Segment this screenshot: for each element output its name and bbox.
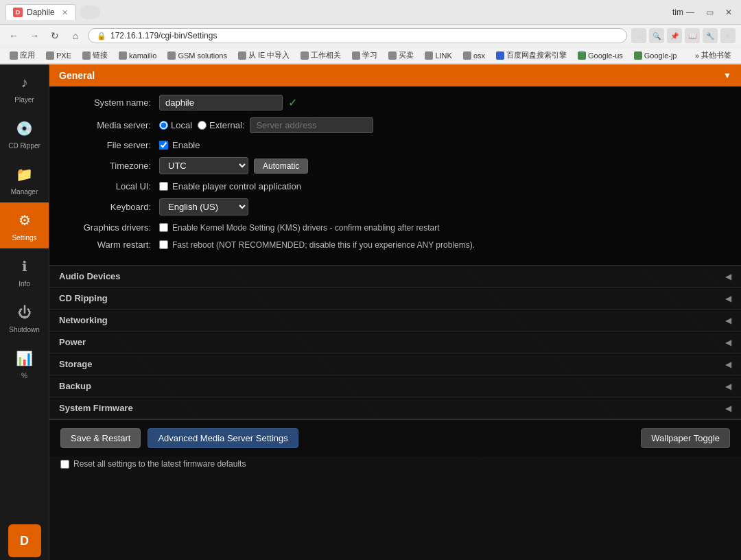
- menu-icon[interactable]: ≡: [720, 28, 736, 43]
- media-server-local-radio[interactable]: [159, 121, 168, 130]
- local-ui-row: Local UI: Enable player control applicat…: [63, 181, 727, 191]
- sidebar-label-settings: Settings: [12, 234, 36, 242]
- networking-label: Networking: [59, 315, 108, 325]
- cdripper-icon: 💿: [14, 117, 36, 139]
- sidebar-item-manager[interactable]: 📁 Manager: [0, 156, 49, 202]
- local-ui-label: Local UI:: [63, 181, 159, 191]
- bookmark-links[interactable]: 链接: [78, 49, 112, 62]
- bottom-bar: Save & Restart Advanced Media Server Set…: [49, 419, 741, 456]
- bookmark-trade[interactable]: 买卖: [384, 49, 418, 62]
- refresh-button[interactable]: ↻: [47, 27, 63, 44]
- extension-icon-1[interactable]: 🔍: [649, 28, 664, 43]
- keyboard-row: Keyboard: English (US): [63, 198, 727, 215]
- home-button[interactable]: ⌂: [67, 27, 84, 44]
- media-server-local-text: Local: [171, 120, 192, 130]
- tab-favicon: D: [13, 8, 23, 17]
- address-bar[interactable]: 🔒 172.16.1.179/cgi-bin/Settings: [88, 28, 627, 43]
- server-address-input[interactable]: [250, 117, 373, 133]
- power-section[interactable]: Power ◀: [49, 331, 741, 353]
- file-server-row: File server: Enable: [63, 140, 727, 150]
- bookmark-others[interactable]: » 其他书签: [691, 49, 736, 62]
- backup-arrow-icon: ◀: [725, 382, 731, 391]
- local-ui-checkbox-label[interactable]: Enable player control application: [159, 181, 301, 191]
- keyboard-select[interactable]: English (US): [159, 198, 248, 215]
- save-restart-button[interactable]: Save & Restart: [60, 428, 141, 448]
- close-button[interactable]: ✕: [722, 5, 736, 19]
- cd-ripping-section[interactable]: CD Ripping ◀: [49, 288, 741, 310]
- media-server-external-radio[interactable]: [198, 121, 207, 130]
- bookmark-study[interactable]: 学习: [348, 49, 381, 62]
- nav-icons: ☆ 🔍 📌 📖 🔧 ≡: [631, 28, 736, 43]
- media-server-label: Media server:: [63, 120, 159, 130]
- timezone-select[interactable]: UTC: [159, 157, 248, 174]
- storage-section[interactable]: Storage ◀: [49, 353, 741, 375]
- bookmark-baidu[interactable]: 百度网盘搜索引擎: [492, 49, 571, 62]
- sidebar-item-player[interactable]: ♪ Player: [0, 65, 49, 110]
- wallpaper-toggle-button[interactable]: Wallpaper Toggle: [641, 428, 730, 448]
- general-section-header[interactable]: General ▼: [49, 65, 741, 86]
- networking-section[interactable]: Networking ◀: [49, 310, 741, 331]
- browser-tab[interactable]: D Daphile ✕: [5, 4, 75, 20]
- sidebar-item-percent[interactable]: 📊 %: [0, 340, 49, 386]
- title-bar: D Daphile ✕ tim — ▭ ✕: [0, 0, 741, 25]
- sidebar-label-percent: %: [21, 372, 27, 380]
- backup-section[interactable]: Backup ◀: [49, 375, 741, 397]
- sidebar-item-settings[interactable]: ⚙ Settings: [0, 202, 49, 248]
- media-server-external-text: External:: [209, 120, 244, 130]
- reset-checkbox[interactable]: [60, 460, 69, 469]
- extension-icon-2[interactable]: 📌: [667, 28, 682, 43]
- media-server-local-label[interactable]: Local: [159, 120, 192, 130]
- system-name-input[interactable]: [159, 95, 283, 110]
- back-button[interactable]: ←: [5, 27, 22, 44]
- file-server-checkbox[interactable]: [159, 141, 168, 150]
- sidebar-item-shutdown[interactable]: ⏻ Shutdown: [0, 294, 49, 340]
- file-server-checkbox-label[interactable]: Enable: [159, 140, 200, 150]
- sidebar-item-info[interactable]: ℹ Info: [0, 248, 49, 294]
- cd-ripping-label: CD Ripping: [59, 293, 108, 303]
- manager-icon: 📁: [14, 163, 36, 185]
- warm-restart-checkbox[interactable]: [159, 240, 168, 249]
- bookmark-apps[interactable]: 应用: [5, 49, 39, 62]
- timezone-control: UTC Automatic: [159, 157, 308, 174]
- bookmark-ie-import[interactable]: 从 IE 中导入: [234, 49, 294, 62]
- sidebar-label-shutdown: Shutdown: [9, 326, 39, 334]
- bookmark-google-jp[interactable]: Google-jp: [630, 50, 681, 61]
- forward-button[interactable]: →: [26, 27, 43, 44]
- bookmark-osx[interactable]: osx: [459, 50, 489, 61]
- sidebar-item-cdripper[interactable]: 💿 CD Ripper: [0, 110, 49, 156]
- power-arrow-icon: ◀: [725, 338, 731, 347]
- nav-bar: ← → ↻ ⌂ 🔒 172.16.1.179/cgi-bin/Settings …: [0, 25, 741, 47]
- warm-restart-checkbox-label[interactable]: Fast reboot (NOT RECOMMENDED; disable th…: [159, 240, 475, 250]
- keyboard-label: Keyboard:: [63, 202, 159, 212]
- graphics-checkbox-label[interactable]: Enable Kernel Mode Setting (KMS) drivers…: [159, 223, 440, 233]
- system-firmware-section[interactable]: System Firmware ◀: [49, 397, 741, 419]
- timezone-auto-button[interactable]: Automatic: [254, 159, 308, 174]
- settings-icon: ⚙: [14, 209, 36, 231]
- warm-restart-text: Fast reboot (NOT RECOMMENDED; disable th…: [172, 240, 475, 250]
- networking-arrow-icon: ◀: [725, 316, 731, 325]
- system-name-row: System name: ✓: [63, 95, 727, 110]
- system-name-label: System name:: [63, 97, 159, 108]
- info-icon: ℹ: [14, 255, 36, 277]
- advanced-media-button[interactable]: Advanced Media Server Settings: [148, 428, 298, 448]
- audio-devices-section[interactable]: Audio Devices ◀: [49, 266, 741, 288]
- bookmark-google-us[interactable]: Google-us: [574, 50, 627, 61]
- extension-icon-3[interactable]: 📖: [685, 28, 700, 43]
- tab-title: Daphile: [27, 8, 55, 17]
- bookmark-star-icon[interactable]: ☆: [631, 28, 646, 43]
- graphics-checkbox[interactable]: [159, 223, 168, 232]
- extension-icon-4[interactable]: 🔧: [703, 28, 718, 43]
- bookmark-kamailio[interactable]: kamailio: [115, 50, 161, 61]
- general-title: General: [59, 70, 95, 81]
- bookmarks-bar: 应用 PXE 链接 kamailio GSM solutions 从 IE 中导…: [0, 47, 741, 64]
- local-ui-checkbox[interactable]: [159, 182, 168, 191]
- bookmark-work[interactable]: 工作相关: [296, 49, 345, 62]
- tab-close-icon[interactable]: ✕: [62, 8, 68, 17]
- maximize-button[interactable]: ▭: [703, 5, 716, 19]
- bookmark-pxe[interactable]: PXE: [42, 50, 75, 61]
- media-server-external-label[interactable]: External:: [198, 120, 244, 130]
- minimize-button[interactable]: —: [683, 5, 697, 19]
- bookmark-gsm[interactable]: GSM solutions: [163, 50, 231, 61]
- media-server-control: Local External:: [159, 117, 373, 133]
- bookmark-link[interactable]: LINK: [421, 50, 456, 61]
